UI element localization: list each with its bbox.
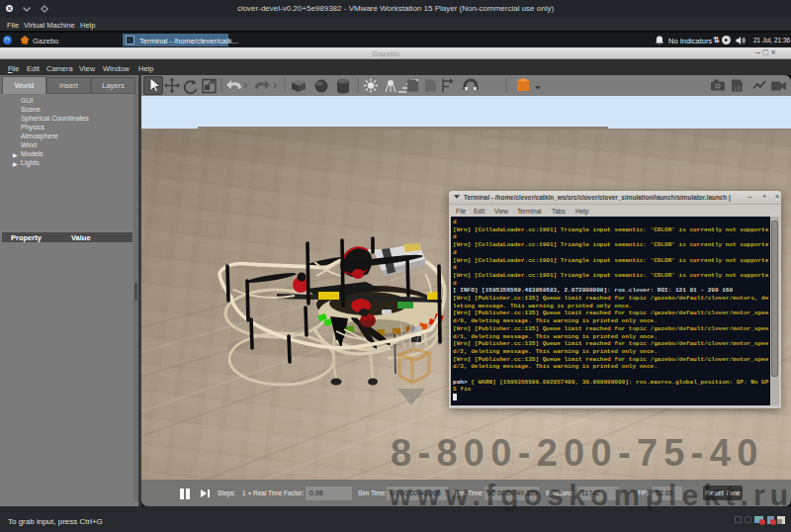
svg-text:LOG: LOG <box>734 85 747 91</box>
